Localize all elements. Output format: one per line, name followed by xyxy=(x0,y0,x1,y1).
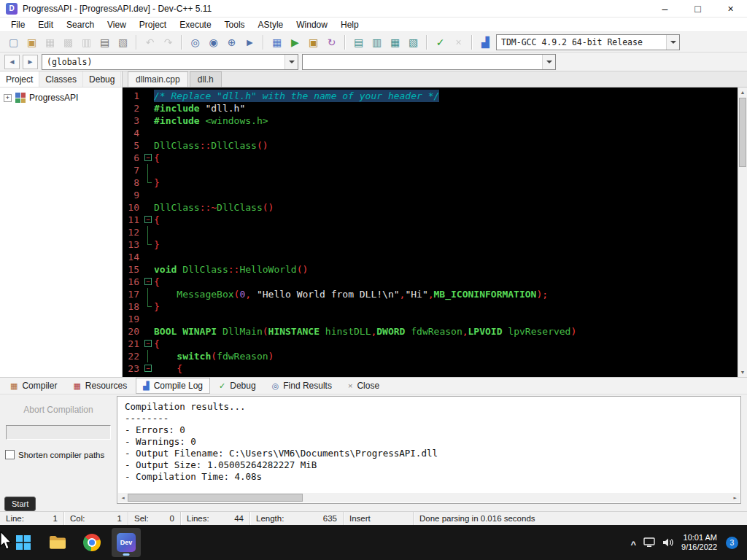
checkbox-icon[interactable] xyxy=(5,450,15,459)
hidden-icons-chevron[interactable]: ^ xyxy=(630,539,636,550)
code-line[interactable]: 2#include "dll.h" xyxy=(123,102,747,114)
network-icon[interactable] xyxy=(643,537,655,548)
shorten-paths-option[interactable]: Shorten compiler paths xyxy=(4,450,112,459)
run-icon[interactable]: ▶ xyxy=(286,34,304,51)
compile-run-icon[interactable]: ▣ xyxy=(304,34,322,51)
code-line[interactable]: 6−{ xyxy=(123,152,747,164)
chevron-down-icon[interactable] xyxy=(542,55,555,69)
tab-classes[interactable]: Classes xyxy=(39,71,83,87)
scroll-right-icon[interactable]: ► xyxy=(730,493,740,502)
compile-icon[interactable]: ▦ xyxy=(268,34,286,51)
log-hscrollbar[interactable]: ◄ ► xyxy=(118,493,740,502)
code-line[interactable]: 5DllClass::DllClass() xyxy=(123,139,747,152)
menu-help[interactable]: Help xyxy=(334,18,365,31)
menu-edit[interactable]: Edit xyxy=(31,18,60,31)
tab-debug[interactable]: ✓Debug xyxy=(212,378,263,394)
taskbar-clock[interactable]: 10:01 AM 9/16/2022 xyxy=(681,533,717,553)
close-button[interactable]: × xyxy=(714,0,747,18)
code-line[interactable]: 19 xyxy=(123,313,747,325)
file-tab-dllmain-cpp[interactable]: dllmain.cpp xyxy=(128,71,188,87)
fold-collapse-icon[interactable]: − xyxy=(144,278,152,285)
menu-view[interactable]: View xyxy=(101,18,133,31)
fullscreen-icon[interactable]: ▧ xyxy=(404,34,422,51)
find-next-icon[interactable]: ⊕ xyxy=(222,34,241,51)
goto-declaration-icon[interactable]: ◄ xyxy=(4,55,20,69)
tab-resources[interactable]: ▦Resources xyxy=(66,378,134,394)
fold-collapse-icon[interactable]: − xyxy=(144,216,152,223)
tab-project[interactable]: Project xyxy=(0,71,39,87)
start-button[interactable] xyxy=(9,528,38,557)
hscroll-thumb[interactable] xyxy=(128,494,303,502)
tree-item-progressapi[interactable]: + ProgressAPI xyxy=(4,93,118,103)
volume-icon[interactable] xyxy=(662,537,674,548)
file-explorer-button[interactable] xyxy=(43,528,72,557)
code-line[interactable]: 22 switch(fdwReason) xyxy=(123,350,747,362)
menu-tools[interactable]: Tools xyxy=(218,18,252,31)
split-window-icon[interactable]: ▦ xyxy=(386,34,404,51)
goto-line-icon[interactable]: ► xyxy=(241,34,259,51)
find-icon[interactable]: ◎ xyxy=(186,34,204,51)
compile-log-output[interactable]: Compilation results...--------- Errors: … xyxy=(117,396,741,504)
members-select[interactable] xyxy=(302,54,556,70)
code-line[interactable]: 8} xyxy=(123,176,747,189)
replace-icon[interactable]: ◉ xyxy=(204,34,222,51)
open-project-icon[interactable]: ▣ xyxy=(23,34,41,51)
scroll-down-icon[interactable]: ▼ xyxy=(738,368,747,377)
code-line[interactable]: 13} xyxy=(123,238,747,251)
code-line[interactable]: 23− { xyxy=(123,362,747,375)
chevron-down-icon[interactable] xyxy=(285,55,298,69)
fold-collapse-icon[interactable]: − xyxy=(144,365,152,372)
rebuild-icon[interactable]: ↻ xyxy=(322,34,341,51)
fold-collapse-icon[interactable]: − xyxy=(144,340,152,347)
compiler-select[interactable]: TDM-GCC 4.9.2 64-bit Release xyxy=(496,34,680,50)
chrome-button[interactable] xyxy=(77,528,107,557)
code-line[interactable]: 18} xyxy=(123,300,747,313)
tab-find-results[interactable]: ◎Find Results xyxy=(265,378,339,394)
scroll-thumb[interactable] xyxy=(739,98,746,167)
new-source-icon[interactable]: ▢ xyxy=(4,34,23,51)
code-line[interactable]: 11−{ xyxy=(123,214,747,226)
menu-astyle[interactable]: AStyle xyxy=(252,18,290,31)
code-line[interactable]: 7 xyxy=(123,164,747,176)
code-line[interactable]: 4 xyxy=(123,127,747,139)
devcpp-taskbar-button[interactable]: Dev xyxy=(112,528,141,557)
code-line[interactable]: 14 xyxy=(123,251,747,263)
menu-search[interactable]: Search xyxy=(60,18,101,31)
expand-icon[interactable]: + xyxy=(4,94,12,102)
fold-collapse-icon[interactable]: − xyxy=(144,154,152,161)
code-line[interactable]: 1/* Replace "dll.h" with the name of you… xyxy=(123,90,747,102)
menu-window[interactable]: Window xyxy=(290,18,334,31)
menu-project[interactable]: Project xyxy=(133,18,173,31)
code-line[interactable]: 17 MessageBox(0, "Hello World from DLL!\… xyxy=(123,288,747,300)
tab-debug[interactable]: Debug xyxy=(83,71,121,87)
code-line[interactable]: 15void DllClass::HelloWorld() xyxy=(123,263,747,276)
print-icon[interactable]: ▤ xyxy=(96,34,114,51)
menu-file[interactable]: File xyxy=(4,18,31,31)
code-line[interactable]: 12 xyxy=(123,226,747,238)
toggle-report-view-icon[interactable]: ▥ xyxy=(368,34,386,51)
maximize-button[interactable]: □ xyxy=(681,0,714,18)
print-setup-icon[interactable]: ▧ xyxy=(114,34,132,51)
chevron-down-icon[interactable] xyxy=(666,35,679,50)
menu-execute[interactable]: Execute xyxy=(173,18,217,31)
goto-definition-icon[interactable]: ► xyxy=(23,55,38,69)
code-line[interactable]: 21−{ xyxy=(123,338,747,350)
profile-analysis-icon[interactable]: ▟ xyxy=(476,34,495,51)
code-line[interactable]: 9 xyxy=(123,189,747,201)
globals-select[interactable]: (globals) xyxy=(42,54,298,70)
file-tab-dll-h[interactable]: dll.h xyxy=(190,71,222,87)
tab-compile-log[interactable]: ▟Compile Log xyxy=(136,378,210,394)
code-line[interactable]: 16−{ xyxy=(123,276,747,288)
tab-compiler[interactable]: ▦Compiler xyxy=(3,378,64,394)
code-line[interactable]: 3#include <windows.h> xyxy=(123,114,747,127)
toggle-project-view-icon[interactable]: ▤ xyxy=(349,34,368,51)
notification-badge[interactable]: 3 xyxy=(726,537,738,549)
scroll-left-icon[interactable]: ◄ xyxy=(118,493,128,502)
tab-close[interactable]: ×Close xyxy=(341,378,387,394)
editor-vscrollbar[interactable]: ▲ ▼ xyxy=(738,88,747,377)
code-line[interactable]: 20BOOL WINAPI DllMain(HINSTANCE hinstDLL… xyxy=(123,325,747,338)
code-line[interactable]: 10DllClass::~DllClass() xyxy=(123,201,747,214)
minimize-button[interactable]: – xyxy=(649,0,681,18)
code-editor[interactable]: 1/* Replace "dll.h" with the name of you… xyxy=(123,88,747,377)
scroll-up-icon[interactable]: ▲ xyxy=(738,88,747,97)
